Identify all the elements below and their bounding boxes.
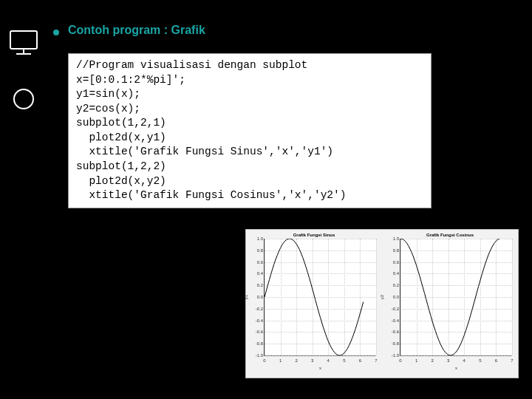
plot-cosinus: y2 x -1.0-0.8-0.6-0.4-0.20.00.20.40.60.8…	[400, 239, 512, 356]
ylabel-cosinus: y2	[380, 295, 384, 299]
bullet-icon	[53, 30, 59, 35]
svg-point-3	[14, 89, 33, 109]
code-block: //Program visualisasi dengan subplot x=[…	[68, 53, 432, 208]
svg-rect-0	[10, 31, 37, 49]
subplot-sinus: Grafik Fungsi Sinus y1 x -1.0-0.8-0.6-0.…	[246, 230, 382, 378]
xlabel-cosinus: x	[455, 366, 457, 370]
chart-output: Grafik Fungsi Sinus y1 x -1.0-0.8-0.6-0.…	[245, 229, 519, 378]
monitor-icon	[9, 30, 38, 59]
subplot-sinus-title: Grafik Fungsi Sinus	[248, 233, 381, 237]
xlabel-sinus: x	[319, 366, 321, 370]
slide-title: Contoh program : Grafik	[68, 24, 205, 37]
subplot-cosinus-title: Grafik Fungsi Cosinus	[383, 233, 516, 237]
plot-sinus: y1 x -1.0-0.8-0.6-0.4-0.20.00.20.40.60.8…	[264, 239, 376, 356]
circle-icon	[12, 87, 35, 114]
subplot-cosinus: Grafik Fungsi Cosinus y2 x -1.0-0.8-0.6-…	[382, 230, 518, 378]
ylabel-sinus: y1	[244, 295, 248, 299]
